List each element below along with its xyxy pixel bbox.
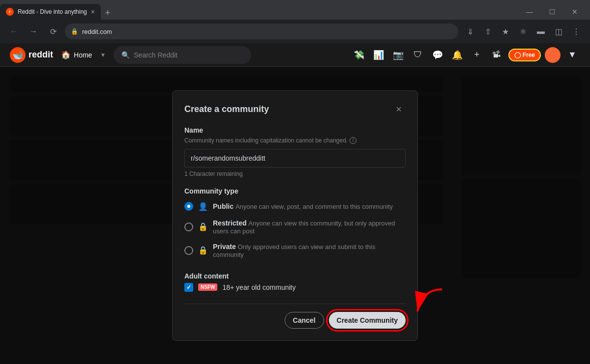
free-button[interactable]: ◯ Free [508, 49, 541, 61]
shield-icon[interactable]: 🛡 [410, 47, 426, 63]
address-bar[interactable]: 🔒 reddit.com [65, 24, 458, 39]
search-input[interactable] [134, 51, 243, 59]
adult-label: Adult content [184, 272, 406, 280]
private-option[interactable]: 🔒 Private Only approved users can view a… [184, 239, 406, 262]
minimize-button[interactable]: — [518, 4, 541, 20]
modal-header: Create a community × [184, 103, 406, 116]
restricted-icon: 🔒 [198, 222, 208, 231]
restricted-radio[interactable] [184, 223, 193, 231]
maximize-button[interactable]: ☐ [541, 4, 563, 20]
bell-icon[interactable]: 🔔 [449, 47, 465, 63]
broadcast-icon[interactable]: 📽 [489, 47, 504, 63]
name-section: Name Community names including capitaliz… [184, 126, 406, 177]
name-label: Name [184, 126, 406, 134]
browser-chrome: r Reddit - Dive into anything × + — ☐ ✕ … [0, 0, 590, 43]
free-label: Free [523, 52, 535, 58]
extension-icon[interactable]: ⚛ [515, 24, 531, 39]
modal-close-button[interactable]: × [392, 103, 406, 116]
back-button[interactable]: ← [6, 24, 22, 39]
user-avatar[interactable] [545, 47, 560, 63]
modal-title: Create a community [184, 104, 269, 114]
home-icon: 🏠 [61, 50, 71, 59]
search-icon: 🔍 [121, 51, 130, 59]
nsfw-option[interactable]: NSFW 18+ year old community [184, 283, 406, 292]
info-icon: i [350, 137, 356, 144]
lock-icon: 🔒 [71, 28, 78, 35]
public-icon: 👤 [198, 202, 208, 211]
nav-bar: ← → ⟳ 🔒 reddit.com ⇓ ⇧ ★ ⚛ ▬ ◫ ⋮ [0, 20, 590, 43]
nsfw-label: 18+ year old community [222, 283, 295, 291]
reddit-logo-icon: 🐋 [10, 47, 26, 63]
reddit-header: 🐋 reddit 🏠 Home ▼ 🔍 💸 📊 📷 🛡 💬 🔔 + 📽 ◯ Fr… [0, 43, 590, 67]
public-radio[interactable] [184, 202, 193, 211]
nsfw-checkbox[interactable] [184, 283, 193, 292]
restricted-option[interactable]: 🔒 Restricted Anyone can view this commun… [184, 215, 406, 239]
arrow-annotation [408, 284, 447, 326]
cancel-button[interactable]: Cancel [285, 312, 324, 329]
create-community-modal: Create a community × Name Community name… [172, 90, 418, 341]
new-tab-button[interactable]: + [101, 6, 115, 20]
restricted-text: Restricted Anyone can view this communit… [213, 219, 406, 235]
account-dropdown-icon[interactable]: ▼ [564, 47, 580, 63]
page-content: Create a community × Name Community name… [0, 67, 590, 364]
tab-bar: r Reddit - Dive into anything × + — ☐ ✕ [0, 0, 590, 20]
nsfw-badge: NSFW [198, 283, 217, 291]
close-button[interactable]: ✕ [563, 4, 586, 20]
home-label: Home [74, 51, 92, 59]
download-icon[interactable]: ⇓ [462, 24, 478, 39]
bookmark-icon[interactable]: ★ [498, 24, 513, 39]
charts-icon[interactable]: 📊 [371, 47, 386, 63]
tab-favicon: r [6, 8, 14, 16]
adult-content-section: Adult content NSFW 18+ year old communit… [184, 272, 406, 292]
puzzle-icon[interactable]: ▬ [533, 24, 549, 39]
free-coin-icon: ◯ [514, 52, 521, 58]
header-icons: 💸 📊 📷 🛡 💬 🔔 + 📽 ◯ Free ▼ [351, 47, 580, 63]
tab-title: Reddit - Dive into anything [18, 8, 87, 15]
char-remaining: 1 Character remaining [184, 170, 406, 177]
create-community-button[interactable]: Create Community [329, 312, 406, 329]
search-bar[interactable]: 🔍 [114, 46, 251, 64]
reddit-logo[interactable]: 🐋 reddit [10, 47, 53, 63]
modal-overlay: Create a community × Name Community name… [0, 67, 590, 364]
sidebar-icon[interactable]: ◫ [551, 24, 566, 39]
nav-right-icons: ⇓ ⇧ ★ ⚛ ▬ ◫ ⋮ [462, 24, 584, 39]
reload-button[interactable]: ⟳ [45, 24, 61, 39]
home-dropdown[interactable]: ▼ [100, 52, 106, 58]
tab-close-icon[interactable]: × [91, 8, 95, 16]
window-controls: — ☐ ✕ [518, 4, 590, 20]
active-tab[interactable]: r Reddit - Dive into anything × [0, 4, 101, 20]
name-sublabel: Community names including capitalization… [184, 137, 406, 144]
type-label: Community type [184, 187, 406, 195]
plus-icon[interactable]: + [469, 47, 485, 63]
community-type-section: Community type 👤 Public Anyone can view,… [184, 187, 406, 262]
url-text: reddit.com [82, 28, 452, 35]
modal-footer: Cancel Create Community [184, 304, 406, 329]
reddit-logo-text: reddit [29, 50, 53, 60]
home-button[interactable]: 🏠 Home [61, 50, 92, 59]
share-icon[interactable]: ⇧ [480, 24, 496, 39]
public-option[interactable]: 👤 Public Anyone can view, post, and comm… [184, 198, 406, 215]
private-icon: 🔒 [198, 246, 208, 255]
video-icon[interactable]: 📷 [390, 47, 406, 63]
community-name-input[interactable] [184, 149, 406, 168]
forward-button[interactable]: → [26, 24, 41, 39]
chat-icon[interactable]: 💬 [430, 47, 445, 63]
menu-icon[interactable]: ⋮ [568, 24, 584, 39]
advertise-icon[interactable]: 💸 [351, 47, 367, 63]
public-text: Public Anyone can view, post, and commen… [213, 202, 393, 210]
private-radio[interactable] [184, 246, 193, 255]
private-text: Private Only approved users can view and… [213, 243, 406, 258]
